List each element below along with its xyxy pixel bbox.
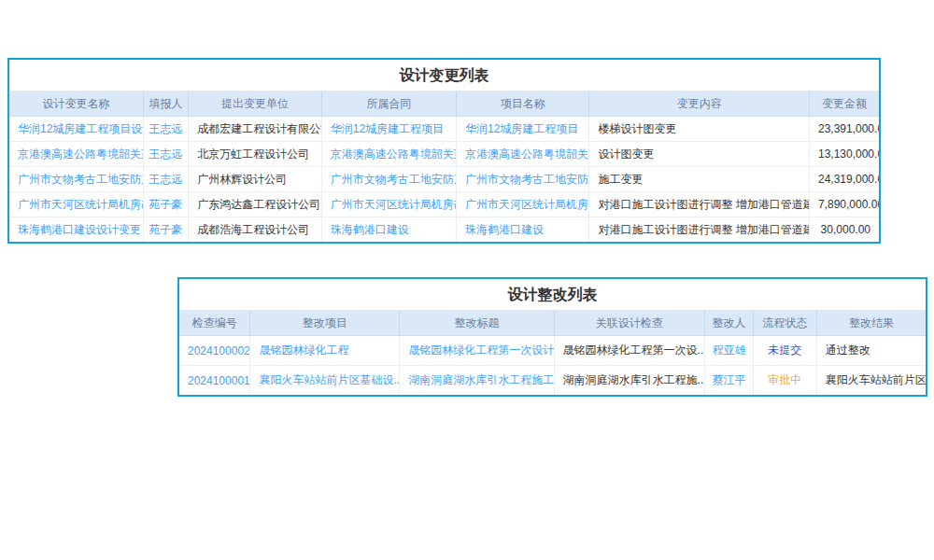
cell-link[interactable]: 珠海鹤港口建设设计变更: [18, 223, 141, 236]
table-cell: 华润12城房建工程项目: [321, 117, 456, 142]
table-cell: 湖南洞庭湖水库引水工程施工I...: [400, 366, 554, 396]
cell-link[interactable]: 2024100002: [188, 344, 250, 357]
cell-link[interactable]: 广州市天河区统计局机房改...: [331, 198, 457, 211]
cell-link[interactable]: 晟铭园林绿化工程第一次设计...: [408, 343, 554, 357]
cell-text: 23,391,000.00: [818, 122, 879, 135]
cell-text: 对港口施工设计图进行调整 增加港口管道建设工程: [598, 198, 809, 211]
cell-link[interactable]: 广州市文物考古工地安防系...: [331, 173, 457, 186]
table-row: 广州市文物考古工地安防系...王志远广州林辉设计公司广州市文物考古工地安防系..…: [9, 167, 879, 192]
table-cell: 广州市天河区统计局机房改...: [321, 192, 456, 217]
table-cell: 施工变更: [589, 167, 810, 192]
cell-link[interactable]: 广州市天河区统计局机房改...: [465, 198, 589, 211]
cell-link[interactable]: 京港澳高速公路粤境韶关至...: [18, 147, 143, 161]
cell-text: 北京万虹工程设计公司: [197, 147, 309, 161]
table-cell: 未提交: [753, 336, 816, 366]
cell-link[interactable]: 京港澳高速公路粤境韶关至...: [331, 147, 457, 161]
table-cell: 23,391,000.00: [809, 117, 879, 142]
column-header: 提出变更单位: [189, 91, 321, 117]
table-cell: 广东鸿达鑫工程设计公司: [189, 192, 321, 217]
table-cell: 程亚雄: [704, 336, 753, 366]
status-text: 审批中: [768, 373, 801, 386]
cell-link[interactable]: 广州市天河区统计局机房改...: [18, 198, 143, 211]
header-row: 检查编号整改项目整改标题关联设计检查整改人流程状态整改结果: [179, 311, 926, 336]
table-cell: 京港澳高速公路粤境韶关至...: [321, 142, 456, 167]
cell-text: 设计图变更: [598, 147, 654, 161]
table-cell: 湖南洞庭湖水库引水工程施...: [554, 366, 704, 396]
table-cell: 对港口施工设计图进行调整 增加港口管道建设工程: [589, 192, 810, 217]
cell-link[interactable]: 王志远: [149, 173, 183, 186]
table-row: 2024100001襄阳火车站站前片区基础设...湖南洞庭湖水库引水工程施工I.…: [179, 366, 926, 396]
table-cell: 晟铭园林绿化工程: [250, 336, 400, 366]
table-cell: 30,000.00: [809, 217, 879, 243]
table-cell: 王志远: [143, 142, 188, 167]
cell-text: 通过整改: [826, 343, 870, 357]
cell-link[interactable]: 华润12城房建工程项目设计...: [18, 122, 143, 135]
table-cell: 成都浩海工程设计公司: [189, 217, 321, 243]
cell-text: 成都宏建工程设计有限公司: [197, 122, 321, 135]
column-header: 整改结果: [816, 311, 926, 336]
table-cell: 成都宏建工程设计有限公司: [189, 117, 321, 142]
cell-link[interactable]: 苑子豪: [149, 198, 183, 211]
table-cell: 襄阳火车站站前片区...: [816, 366, 926, 396]
table-cell: 京港澳高速公路粤境韶关至...: [9, 142, 143, 167]
cell-text: 7,890,000.00: [818, 198, 879, 211]
cell-text: 湖南洞庭湖水库引水工程施...: [563, 373, 705, 386]
table-cell: 广州市天河区统计局机房改...: [457, 192, 589, 217]
table-row: 珠海鹤港口建设设计变更苑子豪成都浩海工程设计公司珠海鹤港口建设珠海鹤港口建设对港…: [9, 217, 879, 243]
cell-link[interactable]: 华润12城房建工程项目: [465, 122, 578, 135]
table-row: 华润12城房建工程项目设计...王志远成都宏建工程设计有限公司华润12城房建工程…: [9, 117, 879, 142]
design-change-table-title: 设计变更列表: [9, 60, 879, 91]
table-cell: 2024100001: [179, 366, 250, 396]
table-cell: 王志远: [143, 167, 188, 192]
column-header: 变更内容: [589, 91, 810, 117]
column-header: 检查编号: [179, 311, 250, 336]
cell-link[interactable]: 珠海鹤港口建设: [331, 223, 409, 236]
column-header: 关联设计检查: [554, 311, 704, 336]
table-cell: 京港澳高速公路粤境韶关至...: [457, 142, 589, 167]
design-rectification-table-title: 设计整改列表: [179, 279, 926, 311]
table-row: 2024100002晟铭园林绿化工程晟铭园林绿化工程第一次设计...晟铭园林绿化…: [179, 336, 926, 366]
table-row: 京港澳高速公路粤境韶关至...王志远北京万虹工程设计公司京港澳高速公路粤境韶关至…: [9, 142, 879, 167]
design-change-panel: 设计变更列表 设计变更名称填报人提出变更单位所属合同项目名称变更内容变更金额华润…: [7, 58, 881, 244]
table-cell: 13,130,000.00: [809, 142, 879, 167]
cell-link[interactable]: 2024100001: [188, 374, 250, 387]
cell-text: 楼梯设计图变更: [598, 122, 676, 135]
table-cell: 晟铭园林绿化工程第一次设计...: [400, 336, 554, 366]
column-header: 变更金额: [809, 91, 879, 117]
column-header: 整改标题: [400, 311, 554, 336]
table-cell: 广州市文物考古工地安防系...: [321, 167, 456, 192]
column-header: 所属合同: [321, 91, 456, 117]
table-cell: 苑子豪: [143, 192, 188, 217]
cell-link[interactable]: 华润12城房建工程项目: [331, 122, 444, 135]
table-cell: 珠海鹤港口建设: [457, 217, 589, 243]
cell-link[interactable]: 珠海鹤港口建设: [465, 223, 544, 236]
cell-text: 13,130,000.00: [818, 147, 879, 161]
table-cell: 广州林辉设计公司: [189, 167, 321, 192]
cell-text: 襄阳火车站站前片区...: [826, 373, 926, 386]
table-cell: 2024100002: [179, 336, 250, 366]
cell-link[interactable]: 程亚雄: [712, 343, 745, 357]
cell-text: 30,000.00: [821, 223, 870, 236]
cell-link[interactable]: 王志远: [149, 122, 183, 135]
cell-link[interactable]: 襄阳火车站站前片区基础设...: [259, 373, 399, 386]
cell-link[interactable]: 蔡江平: [712, 373, 745, 386]
cell-text: 成都浩海工程设计公司: [197, 223, 309, 236]
table-cell: 设计图变更: [589, 142, 810, 167]
table-cell: 晟铭园林绿化工程第一次设...: [554, 336, 704, 366]
cell-link[interactable]: 京港澳高速公路粤境韶关至...: [465, 147, 589, 161]
header-row: 设计变更名称填报人提出变更单位所属合同项目名称变更内容变更金额: [9, 91, 879, 117]
table-cell: 24,319,000.00: [809, 167, 879, 192]
cell-link[interactable]: 晟铭园林绿化工程: [259, 343, 348, 357]
table-cell: 通过整改: [816, 336, 926, 366]
table-cell: 北京万虹工程设计公司: [189, 142, 321, 167]
table-cell: 蔡江平: [704, 366, 753, 396]
cell-link[interactable]: 湖南洞庭湖水库引水工程施工I...: [408, 373, 554, 386]
table-cell: 华润12城房建工程项目设计...: [9, 117, 143, 142]
cell-link[interactable]: 王志远: [149, 147, 183, 161]
table-cell: 珠海鹤港口建设: [321, 217, 456, 243]
cell-text: 晟铭园林绿化工程第一次设...: [563, 343, 705, 357]
table-cell: 王志远: [143, 117, 188, 142]
cell-link[interactable]: 广州市文物考古工地安防系...: [465, 173, 589, 186]
cell-link[interactable]: 广州市文物考古工地安防系...: [18, 173, 143, 186]
cell-link[interactable]: 苑子豪: [149, 223, 183, 236]
